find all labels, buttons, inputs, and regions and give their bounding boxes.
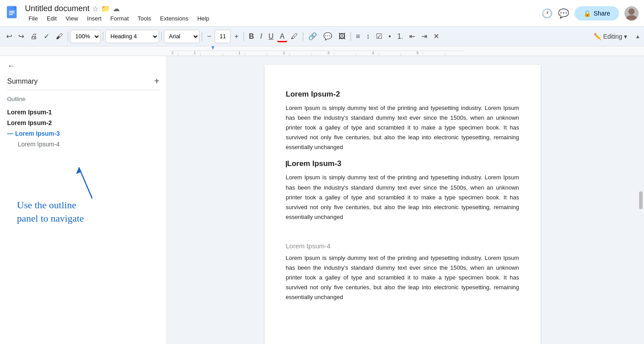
outline-label: Outline: [7, 96, 159, 102]
svg-rect-4: [9, 12, 15, 13]
outline-item-2[interactable]: Lorem Ipsum-2: [7, 117, 159, 128]
comment-button[interactable]: 💬: [321, 30, 335, 42]
editing-mode-button[interactable]: ✏️ Editing ▾: [590, 31, 631, 42]
collapse-toolbar-icon[interactable]: ▲: [635, 33, 640, 40]
svg-rect-3: [9, 11, 15, 12]
cloud-icon[interactable]: ☁: [113, 4, 120, 13]
menu-file[interactable]: File: [25, 14, 41, 23]
arrow-annotation-svg: [57, 158, 110, 203]
scrollbar-thumb[interactable]: [639, 191, 643, 209]
outline-item-1[interactable]: Lorem Ipsum-1: [7, 107, 159, 117]
spellcheck-button[interactable]: ✓: [41, 30, 52, 42]
font-size-input[interactable]: [215, 30, 231, 43]
star-icon[interactable]: ☆: [92, 4, 98, 13]
menu-edit[interactable]: Edit: [43, 14, 60, 23]
font-size-decrease-button[interactable]: −: [204, 31, 214, 42]
bold-button[interactable]: B: [246, 31, 257, 42]
toolbar-separator-4: [202, 32, 202, 41]
summary-label: Summary: [7, 77, 37, 85]
heading-select[interactable]: Heading 4 Heading 1 Heading 2 Heading 3 …: [106, 30, 159, 43]
history-icon[interactable]: 🕐: [542, 8, 553, 19]
svg-text:3: 3: [327, 51, 330, 55]
toolbar: ↩ ↪ 🖨 ✓ 🖌 100% 75% 125% Heading 4 Headin…: [0, 27, 644, 46]
comment-icon[interactable]: 💬: [558, 8, 569, 19]
doc-title-area: Untitled document ☆ 📁 ☁ File Edit View I…: [25, 4, 542, 23]
menu-help[interactable]: Help: [194, 14, 213, 23]
italic-button[interactable]: I: [257, 31, 265, 42]
top-right-area: 🕐 💬 🔒 Share: [542, 6, 639, 20]
zoom-select[interactable]: 100% 75% 125%: [70, 30, 101, 43]
svg-text:5: 5: [416, 51, 419, 55]
ruler: 2 1 1 2 3 4 5: [0, 46, 644, 56]
checklist-button[interactable]: ☑: [373, 30, 385, 42]
font-select[interactable]: Arial Times New Roman Courier New: [164, 30, 200, 43]
folder-icon[interactable]: 📁: [101, 4, 110, 13]
svg-text:1: 1: [238, 51, 240, 55]
link-button[interactable]: 🔗: [306, 30, 320, 42]
lock-icon: 🔒: [583, 10, 591, 17]
share-button[interactable]: 🔒 Share: [575, 6, 619, 20]
menu-bar: File Edit View Insert Format Tools Exten…: [25, 14, 542, 23]
share-label: Share: [594, 10, 610, 17]
undo-button[interactable]: ↩: [4, 30, 15, 42]
toolbar-separator-1: [68, 32, 68, 41]
underline-button[interactable]: U: [266, 31, 277, 42]
menu-tools[interactable]: Tools: [134, 14, 155, 23]
outline-item-3[interactable]: Lorem Ipsum-3: [7, 128, 159, 139]
paint-format-button[interactable]: 🖌: [53, 31, 65, 42]
decrease-indent-button[interactable]: ⇤: [407, 30, 418, 42]
line-spacing-button[interactable]: ↕: [363, 31, 372, 42]
docs-logo-icon: [5, 5, 21, 21]
ruler-content: 2 1 1 2 3 4 5: [169, 46, 644, 56]
redo-button[interactable]: ↪: [16, 30, 27, 42]
toolbar-separator-2: [103, 32, 103, 41]
scrollbar-area: [638, 56, 644, 344]
toolbar-separator-6: [303, 32, 303, 41]
menu-extensions[interactable]: Extensions: [156, 14, 192, 23]
outline-item-4[interactable]: Lorem Ipsum-4: [7, 139, 159, 150]
summary-row: Summary +: [7, 76, 159, 90]
back-arrow-button[interactable]: ←: [7, 61, 159, 71]
text-color-button[interactable]: A: [277, 31, 287, 42]
add-summary-button[interactable]: +: [154, 76, 159, 86]
svg-text:1: 1: [194, 51, 196, 55]
section-heading-2: Lorem Ipsum-2: [286, 90, 519, 99]
main-layout: ← Summary + Outline Lorem Ipsum-1 Lorem …: [0, 56, 644, 344]
editing-label: Editing: [603, 33, 622, 40]
toolbar-separator-5: [244, 32, 244, 41]
section-para-3: Lorem Ipsum is simply dummy text of the …: [286, 173, 519, 222]
menu-view[interactable]: View: [62, 14, 82, 23]
toolbar-separator-7: [351, 32, 351, 41]
svg-point-7: [626, 15, 637, 20]
document-outline-sidebar: ← Summary + Outline Lorem Ipsum-1 Lorem …: [0, 56, 167, 344]
clear-formatting-button[interactable]: ✕: [431, 30, 442, 42]
section-para-4: Lorem Ipsum is simply dummy text of the …: [286, 253, 519, 302]
numbered-list-button[interactable]: 1.: [395, 31, 406, 42]
dropdown-chevron-icon: ▾: [624, 33, 627, 40]
top-bar: Untitled document ☆ 📁 ☁ File Edit View I…: [0, 0, 644, 27]
print-button[interactable]: 🖨: [28, 31, 40, 42]
document-title[interactable]: Untitled document: [25, 4, 90, 13]
font-size-increase-button[interactable]: +: [232, 31, 241, 42]
toolbar-separator-3: [161, 32, 162, 41]
image-button[interactable]: 🖼: [336, 31, 348, 42]
highlight-button[interactable]: 🖊: [288, 31, 301, 42]
user-avatar[interactable]: [624, 6, 639, 20]
document-page: Lorem Ipsum-2 Lorem Ipsum is simply dumm…: [265, 65, 541, 344]
menu-insert[interactable]: Insert: [83, 14, 105, 23]
increase-indent-button[interactable]: ⇥: [419, 30, 430, 42]
section-heading-3: Lorem Ipsum-3: [286, 159, 519, 168]
bullet-list-button[interactable]: •: [386, 31, 394, 42]
svg-text:2: 2: [171, 51, 174, 55]
svg-point-6: [628, 8, 635, 15]
annotation-area: Use the outlinepanel to navigate: [7, 150, 159, 225]
svg-rect-5: [9, 14, 13, 15]
menu-format[interactable]: Format: [107, 14, 132, 23]
svg-text:4: 4: [372, 51, 374, 55]
annotation-text: Use the outlinepanel to navigate: [12, 198, 154, 225]
document-area[interactable]: Lorem Ipsum-2 Lorem Ipsum is simply dumm…: [167, 56, 638, 344]
pencil-icon: ✏️: [594, 33, 601, 40]
text-cursor: [286, 161, 287, 167]
section-para-2: Lorem Ipsum is simply dummy text of the …: [286, 103, 519, 152]
align-button[interactable]: ≡: [353, 31, 363, 42]
